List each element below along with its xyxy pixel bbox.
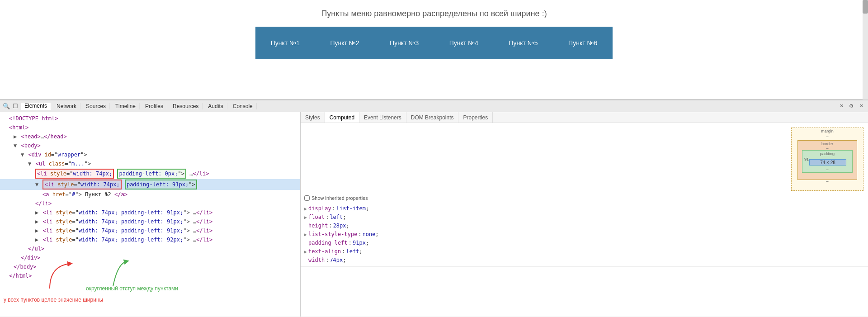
- show-inherited-row: Show inherited properties: [301, 194, 868, 203]
- content-layer: 74 × 28: [809, 159, 846, 166]
- devtools-close-icon[interactable]: ✕: [837, 102, 845, 110]
- styles-panel: Styles Computed Event Listeners DOM Brea…: [301, 112, 868, 317]
- content-size: 74 × 28: [820, 160, 835, 165]
- tab-elements[interactable]: Elements: [21, 103, 51, 110]
- nav-link-1[interactable]: Пункт №1: [271, 39, 300, 47]
- css-prop-height: ▶ height : 28px ;: [304, 222, 864, 230]
- node-icon[interactable]: ☐: [12, 103, 19, 110]
- tab-sources[interactable]: Sources: [82, 103, 110, 109]
- dom-line-head: ▶ <head>…</head>: [0, 132, 300, 141]
- nav-item-2[interactable]: Пункт №2: [315, 27, 375, 59]
- browser-area: Пункты меню равномерно распределены по в…: [0, 0, 868, 99]
- browser-scrollbar[interactable]: [863, 0, 868, 99]
- dom-line-anchor: <a href="#"> Пункт №2 </a>: [0, 190, 300, 199]
- dom-line-li2-close: </li>: [0, 199, 300, 208]
- scrollbar-thumb[interactable]: [863, 0, 868, 14]
- devtools-settings-icon[interactable]: ⚙: [847, 102, 855, 110]
- show-inherited-checkbox[interactable]: [304, 195, 310, 201]
- css-prop-float: ▶ float : left ;: [304, 213, 864, 222]
- nav-item-1[interactable]: Пункт №1: [255, 27, 315, 59]
- tab-styles[interactable]: Styles: [301, 112, 325, 123]
- margin-label: margin: [821, 129, 834, 133]
- tab-event-listeners[interactable]: Event Listeners: [359, 112, 406, 123]
- devtools-more-icon[interactable]: ✕: [857, 102, 865, 110]
- green-box-padding: padding-left: 0px;">: [117, 169, 186, 179]
- css-prop-width: ▶ width : 74px ;: [304, 256, 864, 265]
- annotation-green-label: округленный отступ между пунктами: [86, 285, 178, 292]
- nav-link-4[interactable]: Пункт №4: [449, 39, 478, 47]
- tab-dom-breakpoints[interactable]: DOM Breakpoints: [406, 112, 459, 123]
- css-properties-section: ▶ display : list-item ; ▶ float : left ;…: [301, 203, 868, 267]
- annotation-red-label: у всех пунктов целое значение ширины: [4, 297, 103, 303]
- nav-link-5[interactable]: Пункт №5: [509, 39, 538, 47]
- dom-line-div-close: </div>: [0, 253, 300, 262]
- navigation-bar: Пункт №1 Пункт №2 Пункт №3 Пункт №4 Пунк…: [255, 27, 613, 59]
- bottom-dash2: –: [826, 179, 828, 184]
- page-title: Пункты меню равномерно распределены по в…: [321, 9, 547, 19]
- margin-dash: –: [826, 134, 828, 139]
- nav-link-3[interactable]: Пункт №3: [390, 39, 419, 47]
- dom-line-html-close: </html>: [0, 271, 300, 280]
- tab-profiles[interactable]: Profiles: [142, 103, 167, 109]
- devtools-main: <!DOCTYPE html> <html> ▶ <head>…</head> …: [0, 112, 868, 317]
- dom-line-ul-close: </ul>: [0, 244, 300, 253]
- tab-console[interactable]: Console: [229, 103, 257, 109]
- dom-line-li6: ▶ <li style="width: 74px; padding-left: …: [0, 235, 300, 244]
- tab-network[interactable]: Network: [53, 103, 80, 109]
- red-box-width2: <li style="width: 74px;: [42, 180, 121, 189]
- dom-line-body-close: </body>: [0, 262, 300, 271]
- show-inherited-label: Show inherited properties: [311, 195, 368, 201]
- dom-line-ul: ▼ <ul class="m...">: [0, 159, 300, 168]
- page-preview: Пункты меню равномерно распределены по в…: [0, 0, 868, 99]
- nav-list: Пункт №1 Пункт №2 Пункт №3 Пункт №4 Пунк…: [255, 27, 613, 59]
- tab-audits[interactable]: Audits: [204, 103, 227, 109]
- tab-resources[interactable]: Resources: [169, 103, 203, 109]
- tab-timeline[interactable]: Timeline: [112, 103, 140, 109]
- red-box-width: <li style="width: 74px;: [35, 169, 114, 179]
- bottom-dash1: –: [826, 167, 828, 172]
- nav-link-6[interactable]: Пункт №6: [568, 39, 597, 47]
- padding-left-value: 91: [804, 157, 809, 161]
- nav-item-3[interactable]: Пункт №3: [374, 27, 434, 59]
- box-model: margin – border – padding 91: [791, 128, 863, 191]
- styles-panel-tabs: Styles Computed Event Listeners DOM Brea…: [301, 112, 868, 123]
- css-prop-display: ▶ display : list-item ;: [304, 204, 864, 213]
- dom-panel: <!DOCTYPE html> <html> ▶ <head>…</head> …: [0, 112, 301, 317]
- css-prop-text-align: ▶ text-align : left ;: [304, 247, 864, 256]
- dom-line-doctype: <!DOCTYPE html>: [0, 114, 300, 123]
- box-model-container: margin – border – padding 91: [301, 123, 868, 194]
- dom-line-li4: ▶ <li style="width: 74px; padding-left: …: [0, 217, 300, 226]
- dom-line-body: ▼ <body>: [0, 141, 300, 150]
- devtools-toolbar: 🔍 ☐ Elements Network Sources Timeline Pr…: [0, 100, 868, 112]
- tab-properties[interactable]: Properties: [458, 112, 493, 123]
- dom-line-html: <html>: [0, 123, 300, 132]
- padding-label: padding: [820, 151, 835, 156]
- dom-line-li2: ▼ <li style="width: 74px; padding-left: …: [0, 179, 300, 190]
- nav-link-2[interactable]: Пункт №2: [330, 39, 359, 47]
- border-label: border: [821, 142, 833, 146]
- dom-line-li1: <li style="width: 74px; padding-left: 0p…: [0, 168, 300, 179]
- css-prop-padding-left: ▶ padding-left : 91px ;: [304, 239, 864, 247]
- inspect-icon[interactable]: 🔍: [3, 103, 10, 110]
- nav-item-4[interactable]: Пункт №4: [434, 27, 494, 59]
- nav-item-5[interactable]: Пункт №5: [494, 27, 553, 59]
- tab-computed[interactable]: Computed: [325, 112, 359, 123]
- devtools-right-icons: ✕ ⚙ ✕: [837, 102, 865, 110]
- css-prop-list-style: ▶ list-style-type : none ;: [304, 230, 864, 239]
- dom-line-wrapper: ▼ <div id="wrapper">: [0, 150, 300, 159]
- dom-line-li5: ▶ <li style="width: 74px; padding-left: …: [0, 226, 300, 235]
- dom-line-li3: ▶ <li style="width: 74px; padding-left: …: [0, 208, 300, 217]
- green-box-padding2: padding-left: 91px;">: [125, 180, 197, 189]
- nav-item-6[interactable]: Пункт №6: [553, 27, 613, 59]
- devtools-panel: 🔍 ☐ Elements Network Sources Timeline Pr…: [0, 99, 868, 317]
